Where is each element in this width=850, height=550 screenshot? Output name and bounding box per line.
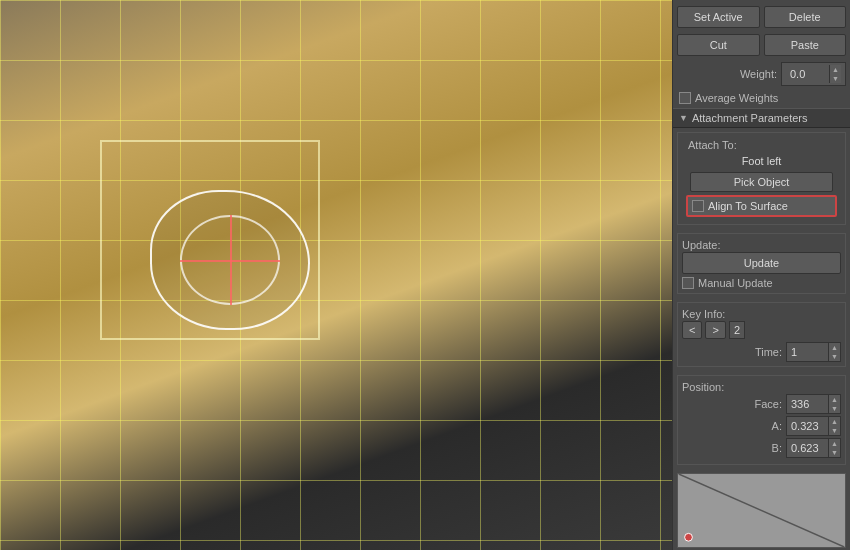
face-input[interactable]: 336 ▲ ▼ <box>786 394 841 414</box>
align-surface-checkbox[interactable] <box>692 200 704 212</box>
face-down[interactable]: ▼ <box>829 404 840 413</box>
a-spinners[interactable]: ▲ ▼ <box>828 417 840 435</box>
a-label: A: <box>682 420 782 432</box>
weight-label: Weight: <box>677 68 777 80</box>
update-button[interactable]: Update <box>682 252 841 274</box>
weight-up[interactable]: ▲ <box>830 65 841 74</box>
b-up[interactable]: ▲ <box>829 439 840 448</box>
a-up[interactable]: ▲ <box>829 417 840 426</box>
manual-update-row: Manual Update <box>682 277 841 289</box>
average-weights-row: Average Weights <box>673 90 850 106</box>
face-up[interactable]: ▲ <box>829 395 840 404</box>
time-spinners[interactable]: ▲ ▼ <box>828 343 840 361</box>
b-label: B: <box>682 442 782 454</box>
time-down[interactable]: ▼ <box>829 352 840 361</box>
graph-svg <box>678 474 845 547</box>
face-row: Face: 336 ▲ ▼ <box>682 394 841 414</box>
cut-paste-row: Cut Paste <box>673 32 850 58</box>
position-label: Position: <box>682 380 841 394</box>
manual-update-label: Manual Update <box>698 277 773 289</box>
right-panel: Set Active Delete Cut Paste Weight: 0.0 … <box>672 0 850 550</box>
set-active-button[interactable]: Set Active <box>677 6 760 28</box>
top-buttons-row: Set Active Delete <box>673 0 850 32</box>
cut-button[interactable]: Cut <box>677 34 760 56</box>
time-up[interactable]: ▲ <box>829 343 840 352</box>
weight-input[interactable]: 0.0 ▲ ▼ <box>781 62 846 86</box>
update-group: Update: Update Manual Update <box>677 233 846 294</box>
weight-value: 0.0 <box>786 66 829 82</box>
manual-update-checkbox[interactable] <box>682 277 694 289</box>
face-label: Face: <box>682 398 782 410</box>
b-input[interactable]: 0.623 ▲ ▼ <box>786 438 841 458</box>
pick-object-button[interactable]: Pick Object <box>690 172 833 192</box>
time-row: Time: 1 ▲ ▼ <box>682 342 841 362</box>
collapse-arrow-icon: ▼ <box>679 113 688 123</box>
a-input[interactable]: 0.323 ▲ ▼ <box>786 416 841 436</box>
attach-to-label: Attach To: <box>682 137 841 153</box>
delete-button[interactable]: Delete <box>764 6 847 28</box>
b-down[interactable]: ▼ <box>829 448 840 457</box>
attach-to-group: Attach To: Foot left Pick Object Align T… <box>677 132 846 225</box>
position-group: Position: Face: 336 ▲ ▼ A: 0.323 ▲ ▼ <box>677 375 846 465</box>
update-label: Update: <box>682 238 841 252</box>
key-info-group: Key Info: < > 2 Time: 1 ▲ ▼ <box>677 302 846 367</box>
nav-next-button[interactable]: > <box>705 321 725 339</box>
time-label: Time: <box>682 346 782 358</box>
align-to-surface-label: Align To Surface <box>708 200 788 212</box>
b-row: B: 0.623 ▲ ▼ <box>682 438 841 458</box>
obj-line-vertical <box>230 215 232 305</box>
align-to-surface-button[interactable]: Align To Surface <box>686 195 837 217</box>
average-weights-label: Average Weights <box>695 92 778 104</box>
attachment-params-header[interactable]: ▼ Attachment Parameters <box>673 108 850 128</box>
face-spinners[interactable]: ▲ ▼ <box>828 395 840 413</box>
b-spinners[interactable]: ▲ ▼ <box>828 439 840 457</box>
time-input[interactable]: 1 ▲ ▼ <box>786 342 841 362</box>
weight-row: Weight: 0.0 ▲ ▼ <box>673 58 850 90</box>
key-info-nav: < > 2 <box>682 321 841 339</box>
attach-to-value: Foot left <box>682 153 841 169</box>
3d-object <box>130 180 330 340</box>
nav-prev-button[interactable]: < <box>682 321 702 339</box>
svg-point-2 <box>685 533 693 541</box>
attachment-params-label: Attachment Parameters <box>692 112 808 124</box>
weight-spinners[interactable]: ▲ ▼ <box>829 65 841 83</box>
key-info-label: Key Info: <box>682 307 841 321</box>
paste-button[interactable]: Paste <box>764 34 847 56</box>
time-value: 1 <box>787 344 828 360</box>
key-number: 2 <box>729 321 745 339</box>
weight-down[interactable]: ▼ <box>830 74 841 83</box>
a-down[interactable]: ▼ <box>829 426 840 435</box>
graph-area <box>677 473 846 548</box>
a-value: 0.323 <box>787 418 828 434</box>
b-value: 0.623 <box>787 440 828 456</box>
a-row: A: 0.323 ▲ ▼ <box>682 416 841 436</box>
viewport[interactable] <box>0 0 672 550</box>
face-value: 336 <box>787 396 828 412</box>
average-weights-checkbox[interactable] <box>679 92 691 104</box>
